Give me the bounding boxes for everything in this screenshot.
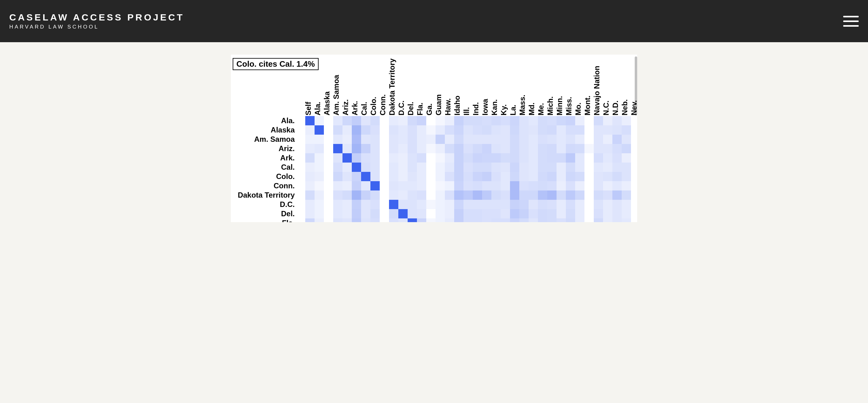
heatmap-cell[interactable]: [380, 162, 389, 172]
heatmap-cell[interactable]: [380, 209, 389, 218]
heatmap-cell[interactable]: [436, 181, 445, 190]
heatmap-cell[interactable]: [482, 181, 491, 190]
heatmap-cell[interactable]: [361, 218, 370, 222]
heatmap-cell[interactable]: [501, 162, 510, 172]
heatmap-cell[interactable]: [380, 200, 389, 209]
heatmap-cell[interactable]: [482, 116, 491, 125]
heatmap-cell[interactable]: [342, 125, 352, 135]
heatmap-cell[interactable]: [482, 172, 491, 181]
heatmap-cell[interactable]: [575, 153, 585, 162]
heatmap-cell[interactable]: [296, 125, 305, 135]
heatmap-cell[interactable]: [352, 125, 361, 135]
heatmap-cell[interactable]: [566, 162, 575, 172]
heatmap-cell[interactable]: [473, 181, 482, 190]
heatmap-cell[interactable]: [501, 209, 510, 218]
heatmap-cell[interactable]: [417, 181, 426, 190]
heatmap-cell[interactable]: [557, 125, 566, 135]
heatmap-cell[interactable]: [398, 190, 408, 200]
heatmap-cell[interactable]: [324, 190, 333, 200]
heatmap-cell[interactable]: [417, 218, 426, 222]
heatmap-cell[interactable]: [547, 209, 557, 218]
heatmap-cell[interactable]: [370, 190, 380, 200]
heatmap-cell[interactable]: [315, 200, 324, 209]
heatmap-cell[interactable]: [501, 153, 510, 162]
heatmap-cell[interactable]: [566, 218, 575, 222]
heatmap-cell[interactable]: [622, 172, 631, 181]
heatmap-cell[interactable]: [426, 116, 436, 125]
heatmap-cell[interactable]: [547, 181, 557, 190]
heatmap-cell[interactable]: [547, 144, 557, 153]
heatmap-cell[interactable]: [454, 162, 463, 172]
heatmap-cell[interactable]: [603, 209, 612, 218]
heatmap-cell[interactable]: [408, 135, 417, 144]
heatmap-cell[interactable]: [491, 144, 501, 153]
heatmap-cell[interactable]: [445, 153, 454, 162]
heatmap-cell[interactable]: [333, 153, 342, 162]
heatmap-cell[interactable]: [361, 135, 370, 144]
heatmap-cell[interactable]: [342, 190, 352, 200]
heatmap-cell[interactable]: [612, 135, 622, 144]
heatmap-cell[interactable]: [612, 116, 622, 125]
heatmap-cell[interactable]: [315, 181, 324, 190]
heatmap-cell[interactable]: [417, 135, 426, 144]
heatmap-cell[interactable]: [315, 153, 324, 162]
heatmap-cell[interactable]: [547, 172, 557, 181]
heatmap-cell[interactable]: [445, 162, 454, 172]
heatmap-cell[interactable]: [603, 218, 612, 222]
heatmap-cell[interactable]: [603, 200, 612, 209]
heatmap-cell[interactable]: [585, 116, 594, 125]
heatmap-cell[interactable]: [454, 172, 463, 181]
heatmap-cell[interactable]: [612, 172, 622, 181]
heatmap-cell[interactable]: [566, 172, 575, 181]
heatmap-cell[interactable]: [547, 135, 557, 144]
heatmap-cell[interactable]: [557, 116, 566, 125]
heatmap-cell[interactable]: [491, 209, 501, 218]
heatmap-cell[interactable]: [426, 125, 436, 135]
heatmap-cell[interactable]: [529, 125, 538, 135]
heatmap-cell[interactable]: [612, 200, 622, 209]
heatmap-cell[interactable]: [389, 181, 398, 190]
heatmap-cell[interactable]: [538, 218, 547, 222]
heatmap-cell[interactable]: [519, 181, 529, 190]
heatmap-cell[interactable]: [436, 153, 445, 162]
heatmap-cell[interactable]: [547, 162, 557, 172]
heatmap-cell[interactable]: [398, 218, 408, 222]
heatmap-cell[interactable]: [408, 116, 417, 125]
heatmap-cell[interactable]: [389, 190, 398, 200]
heatmap-cell[interactable]: [426, 162, 436, 172]
heatmap-cell[interactable]: [361, 162, 370, 172]
heatmap-cell[interactable]: [491, 125, 501, 135]
heatmap-cell[interactable]: [575, 181, 585, 190]
heatmap-cell[interactable]: [575, 218, 585, 222]
heatmap-cell[interactable]: [473, 172, 482, 181]
heatmap-cell[interactable]: [557, 200, 566, 209]
brand[interactable]: CASELAW ACCESS PROJECT HARVARD LAW SCHOO…: [9, 12, 184, 30]
heatmap-cell[interactable]: [370, 181, 380, 190]
heatmap-cell[interactable]: [380, 172, 389, 181]
hamburger-menu-icon[interactable]: [843, 16, 859, 27]
heatmap-cell[interactable]: [426, 200, 436, 209]
heatmap-cell[interactable]: [305, 116, 315, 125]
heatmap-cell[interactable]: [501, 218, 510, 222]
heatmap-cell[interactable]: [408, 190, 417, 200]
heatmap-cell[interactable]: [324, 135, 333, 144]
heatmap-cell[interactable]: [436, 209, 445, 218]
heatmap-cell[interactable]: [342, 172, 352, 181]
heatmap-cell[interactable]: [473, 209, 482, 218]
heatmap-cell[interactable]: [361, 116, 370, 125]
heatmap-cell[interactable]: [408, 144, 417, 153]
heatmap-cell[interactable]: [389, 200, 398, 209]
heatmap-cell[interactable]: [501, 200, 510, 209]
heatmap-cell[interactable]: [315, 135, 324, 144]
heatmap-cell[interactable]: [612, 153, 622, 162]
heatmap-cell[interactable]: [594, 181, 603, 190]
heatmap-cell[interactable]: [463, 135, 473, 144]
heatmap-cell[interactable]: [612, 181, 622, 190]
heatmap-cell[interactable]: [436, 116, 445, 125]
heatmap-cell[interactable]: [417, 172, 426, 181]
heatmap-cell[interactable]: [389, 153, 398, 162]
heatmap-cell[interactable]: [510, 172, 519, 181]
heatmap-cell[interactable]: [519, 153, 529, 162]
heatmap-cell[interactable]: [510, 125, 519, 135]
heatmap-cell[interactable]: [510, 144, 519, 153]
